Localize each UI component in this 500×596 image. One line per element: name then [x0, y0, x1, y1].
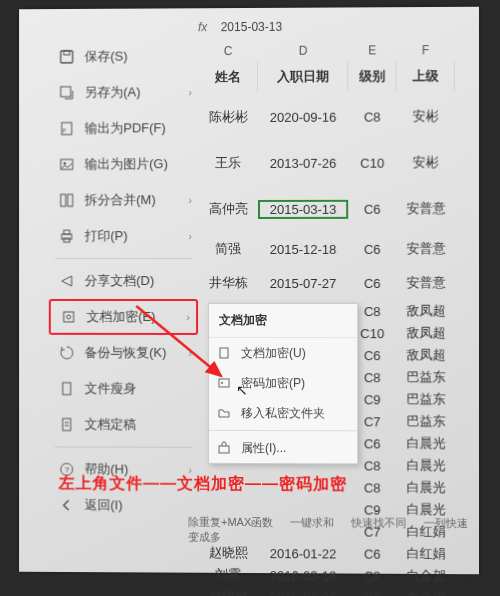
back-icon [57, 495, 77, 515]
saveas-icon [57, 83, 77, 103]
menu-save[interactable]: 保存(S) [49, 38, 198, 75]
menu-print[interactable]: 打印(P)› [49, 218, 198, 254]
svg-point-13 [67, 315, 71, 319]
formula-bar: fx 2015-03-13 [198, 20, 282, 34]
col-e[interactable]: E [348, 43, 396, 57]
svg-rect-14 [63, 383, 71, 395]
chevron-right-icon: › [186, 311, 190, 323]
annotation-caption: 左上角文件——文档加密——密码加密 [59, 473, 347, 495]
submenu-password-encrypt[interactable]: 密码加密(P) [209, 368, 357, 398]
slim-icon [57, 379, 77, 399]
svg-text:P: P [63, 128, 67, 134]
menu-locate[interactable]: 文档定稿 [49, 407, 198, 443]
svg-rect-0 [61, 51, 73, 63]
table-row[interactable]: 王乐2013-07-26C10安彬 [198, 139, 455, 186]
menu-export-pdf[interactable]: P输出为PDF(F) [49, 110, 198, 146]
table-header-row: 姓名 入职日期 级别 上级 [198, 61, 455, 92]
table-row[interactable]: 刘露2016-03-18C8白金贺 [198, 564, 455, 587]
menu-encrypt[interactable]: 文档加密(E)› [49, 299, 198, 335]
fx-label: fx [198, 20, 207, 34]
save-icon [57, 47, 77, 67]
hdr-date: 入职日期 [258, 62, 348, 92]
svg-rect-18 [220, 348, 228, 358]
svg-point-20 [221, 382, 223, 384]
file-menu: 保存(S) 另存为(A)› P输出为PDF(F) 输出为图片(G) 拆分合并(M… [49, 38, 198, 524]
table-row[interactable]: 陈彬彬2020-09-16C8安彬 [198, 93, 455, 140]
cursor-icon: ↖ [236, 382, 248, 398]
sheet-tab[interactable]: 一键求和 [290, 516, 334, 528]
svg-rect-7 [61, 194, 66, 206]
key-icon [217, 376, 235, 390]
table-row[interactable]: 高仲亮2015-03-13C6安普意 [198, 186, 455, 232]
image-icon [57, 154, 77, 174]
folder-lock-icon [217, 406, 235, 420]
print-icon [57, 226, 77, 246]
svg-rect-2 [61, 87, 71, 97]
chevron-right-icon: › [188, 86, 192, 98]
doc-lock-icon [217, 346, 235, 360]
table-row[interactable]: 井华栋2015-07-27C6安普意 [198, 266, 455, 300]
menu-saveas[interactable]: 另存为(A)› [49, 74, 198, 110]
svg-rect-8 [68, 194, 73, 206]
backup-icon [57, 343, 77, 363]
table-row[interactable]: 简强2015-12-18C6安普意 [198, 232, 455, 266]
menu-backup[interactable]: 备份与恢复(K)› [49, 335, 198, 371]
menu-split-merge[interactable]: 拆分合并(M)› [49, 182, 198, 218]
submenu-properties[interactable]: 属性(I)... [209, 433, 357, 463]
split-icon [57, 190, 77, 210]
col-c[interactable]: C [198, 44, 258, 58]
menu-export-image[interactable]: 输出为图片(G) [49, 146, 198, 182]
table-row[interactable]: 刘建超2015-01-05C9白金贺 [198, 586, 455, 596]
col-f[interactable]: F [396, 43, 454, 57]
column-headers: C D E F [198, 43, 455, 58]
pdf-icon: P [57, 119, 77, 139]
doc-icon [57, 415, 77, 435]
menu-share[interactable]: 分享文档(D) [49, 263, 198, 299]
menu-slim[interactable]: 文件瘦身 [49, 371, 198, 407]
submenu-private-folder[interactable]: 移入私密文件夹 [209, 398, 357, 428]
submenu-doc-encrypt[interactable]: 文档加密(U) [209, 338, 357, 368]
svg-rect-21 [219, 446, 229, 453]
formula-value[interactable]: 2015-03-13 [221, 20, 282, 34]
col-d[interactable]: D [258, 44, 348, 58]
svg-point-6 [63, 162, 66, 165]
hdr-name: 姓名 [198, 62, 258, 92]
chevron-right-icon: › [188, 230, 192, 242]
svg-rect-12 [64, 312, 74, 322]
svg-rect-19 [219, 379, 229, 387]
sheet-tabs: 除重复+MAX函数 一键求和 快速找不同 一列快速变成多 [188, 515, 479, 546]
svg-rect-10 [64, 230, 70, 234]
sheet-tab[interactable]: 除重复+MAX函数 [188, 516, 273, 528]
submenu-header: 文档加密 [209, 304, 357, 338]
encrypt-submenu: 文档加密 文档加密(U) 密码加密(P) 移入私密文件夹 属性(I)... [208, 303, 358, 464]
lock-icon [59, 307, 79, 327]
chevron-right-icon: › [188, 347, 192, 359]
hdr-superior: 上级 [396, 61, 454, 91]
hdr-level: 级别 [348, 61, 396, 91]
share-icon [57, 271, 77, 291]
sheet-tab[interactable]: 快速找不同 [352, 516, 407, 528]
properties-icon [217, 441, 235, 455]
svg-rect-15 [63, 419, 71, 431]
chevron-right-icon: › [188, 194, 192, 206]
